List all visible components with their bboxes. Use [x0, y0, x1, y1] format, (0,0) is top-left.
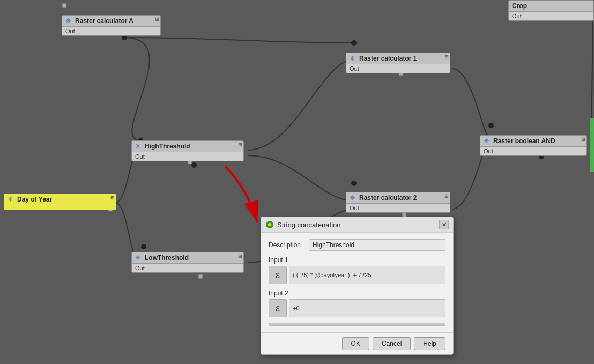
- raster-boolean-and-node[interactable]: ✳ Raster boolean AND ⊞ Out: [480, 135, 587, 156]
- day-of-year-icon: ✳: [8, 196, 15, 203]
- description-label: Description: [269, 241, 309, 249]
- day-of-year-title: Day of Year: [17, 196, 52, 203]
- raster-boolean-and-close[interactable]: ⊞: [581, 137, 585, 142]
- raster-calculator-1-title: Raster calculator 1: [359, 55, 417, 62]
- description-row: Description: [269, 239, 445, 251]
- svg-point-6: [191, 162, 197, 168]
- low-threshold-out-label: Out: [135, 265, 145, 271]
- day-of-year-close[interactable]: ⊞: [110, 195, 115, 200]
- raster-calculator-2-footer: Out: [346, 204, 450, 212]
- raster-boolean-and-out-label: Out: [484, 148, 493, 154]
- qgis-logo-icon: [265, 220, 274, 229]
- raster-calc-2-out-label: Out: [350, 205, 359, 211]
- svg-point-2: [351, 40, 357, 46]
- raster-calculator-1-footer: Out: [346, 64, 450, 73]
- high-threshold-icon: ✳: [135, 143, 143, 150]
- input1-epsilon-symbol: ε: [276, 270, 280, 281]
- svg-point-8: [141, 244, 146, 249]
- raster-calculator-1-node[interactable]: ✳ Raster calculator 1 ⊞ Out: [346, 53, 450, 73]
- input1-group: ε: [269, 266, 445, 284]
- raster-calculator-a-title: Raster calculator A: [75, 17, 133, 25]
- raster-calculator-2-title: Raster calculator 2: [359, 194, 417, 202]
- raster-calc-1-icon: ✳: [350, 55, 357, 62]
- crop-footer: Out: [509, 12, 593, 20]
- dialog-close-button[interactable]: ✕: [439, 220, 449, 229]
- input2-epsilon-button[interactable]: ε: [269, 299, 287, 317]
- raster-boolean-and-header: ✳ Raster boolean AND ⊞: [480, 136, 586, 147]
- raster-calc-a-close[interactable]: ⊞: [155, 17, 159, 22]
- input1-expression-input[interactable]: [289, 266, 445, 284]
- low-threshold-node[interactable]: ✳ LowThreshold ⊞ Out: [131, 252, 244, 273]
- low-threshold-close[interactable]: ⊞: [238, 254, 242, 259]
- high-threshold-close[interactable]: ⊞: [238, 142, 242, 147]
- crop-node[interactable]: Crop Out: [508, 0, 594, 21]
- low-threshold-footer: Out: [132, 264, 243, 272]
- ok-button[interactable]: OK: [342, 337, 369, 350]
- help-button[interactable]: Help: [414, 337, 445, 350]
- day-of-year-footer: [4, 205, 116, 210]
- low-threshold-icon: ✳: [135, 254, 143, 262]
- raster-calculator-a-node[interactable]: ✳ Raster calculator A ⊞ Out: [62, 15, 161, 36]
- raster-calc-a-icon: ✳: [65, 17, 73, 25]
- canvas: ✳ Raster calculator A ⊞ Out ✳ Raster cal…: [0, 0, 594, 364]
- raster-calc-2-close[interactable]: ⊞: [444, 194, 449, 199]
- raster-calculator-2-node[interactable]: ✳ Raster calculator 2 ⊞ Out: [346, 192, 450, 213]
- high-threshold-out-label: Out: [135, 153, 145, 160]
- svg-point-18: [268, 223, 271, 226]
- dialog-title: String concatenation: [277, 221, 341, 229]
- day-of-year-node[interactable]: ✳ Day of Year ⊞: [4, 194, 116, 210]
- crop-out-label: Out: [512, 13, 522, 19]
- raster-boolean-and-footer: Out: [480, 147, 586, 155]
- input1-label: Input 1: [269, 256, 309, 264]
- dialog-scrollbar[interactable]: [269, 323, 445, 326]
- svg-rect-1: [62, 3, 66, 8]
- crop-header: Crop: [509, 1, 593, 12]
- cancel-button[interactable]: Cancel: [373, 337, 411, 350]
- svg-point-10: [351, 181, 357, 186]
- raster-calculator-2-header: ✳ Raster calculator 2 ⊞: [346, 192, 450, 204]
- input2-group: ε: [269, 299, 445, 317]
- low-threshold-header: ✳ LowThreshold ⊞: [132, 252, 243, 264]
- day-of-year-header: ✳ Day of Year ⊞: [4, 194, 116, 205]
- raster-boolean-and-title: Raster boolean AND: [493, 137, 555, 145]
- dialog-body: Description Input 1 ε Input 2 ε: [261, 233, 453, 332]
- raster-calc-1-close[interactable]: ⊞: [444, 54, 449, 60]
- green-sidebar: [590, 118, 594, 172]
- high-threshold-footer: Out: [132, 152, 243, 161]
- high-threshold-node[interactable]: ✳ HighThreshold ⊞ Out: [131, 140, 244, 161]
- raster-boolean-and-icon: ✳: [484, 137, 491, 145]
- high-threshold-header: ✳ HighThreshold ⊞: [132, 141, 243, 152]
- svg-rect-9: [198, 274, 203, 279]
- raster-calculator-1-header: ✳ Raster calculator 1 ⊞: [346, 53, 450, 64]
- dialog-footer: OK Cancel Help: [261, 332, 453, 354]
- crop-title: Crop: [512, 2, 527, 10]
- high-threshold-title: HighThreshold: [145, 143, 190, 150]
- raster-calc-2-icon: ✳: [350, 194, 357, 202]
- low-threshold-title: LowThreshold: [145, 254, 189, 262]
- input2-epsilon-symbol: ε: [276, 303, 280, 314]
- raster-calculator-a-footer: Out: [62, 27, 160, 35]
- raster-calculator-a-header: ✳ Raster calculator A ⊞: [62, 16, 160, 27]
- svg-point-12: [488, 123, 494, 128]
- dialog-title-bar: String concatenation ✕: [261, 217, 453, 233]
- input2-label: Input 2: [269, 289, 309, 297]
- description-input[interactable]: [309, 239, 445, 251]
- input1-epsilon-button[interactable]: ε: [269, 266, 287, 284]
- string-concatenation-dialog[interactable]: String concatenation ✕ Description Input…: [261, 217, 454, 355]
- raster-calc-1-out-label: Out: [350, 65, 359, 72]
- input2-expression-input[interactable]: [289, 299, 445, 317]
- raster-calc-a-out-label: Out: [65, 28, 75, 34]
